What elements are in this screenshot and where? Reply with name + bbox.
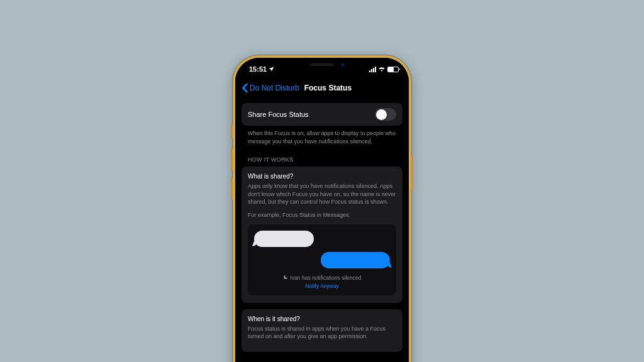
example-label: For example, Focus Status in Messages: [248, 211, 396, 219]
share-focus-label: Share Focus Status [248, 111, 309, 118]
silent-switch [231, 124, 233, 138]
silenced-text: Ivan has notifications silenced [291, 275, 362, 281]
received-message-bubble [254, 231, 314, 247]
volume-down-button [231, 177, 233, 200]
phone-frame: 15:51 [233, 55, 411, 362]
status-time: 15:51 [249, 65, 267, 73]
how-it-works-header: HOW IT WORKS [242, 145, 402, 167]
back-chevron-icon[interactable] [242, 83, 248, 93]
content-area: Share Focus Status When this Focus is on… [235, 98, 409, 357]
cellular-signal-icon [369, 67, 376, 72]
location-arrow-icon [269, 66, 274, 73]
battery-icon [387, 67, 399, 72]
status-right [369, 66, 399, 73]
page-title: Focus Status [304, 84, 352, 92]
share-focus-toggle[interactable] [375, 108, 396, 121]
message-preview: Ivan has notifications silenced Notify A… [248, 224, 396, 295]
phone-bezel: 15:51 [235, 58, 409, 362]
when-shared-body: Focus status is shared in apps when you … [248, 325, 396, 341]
share-focus-row[interactable]: Share Focus Status [242, 103, 402, 126]
silenced-status-row: Ivan has notifications silenced [254, 275, 390, 281]
wifi-icon [378, 66, 386, 73]
power-button [411, 156, 413, 191]
screen: 15:51 [235, 58, 409, 362]
volume-up-button [231, 148, 233, 171]
what-shared-card: What is shared? Apps only know that you … [242, 167, 402, 302]
toggle-knob [376, 109, 387, 120]
when-shared-card: When is it shared? Focus status is share… [242, 309, 402, 352]
status-left: 15:51 [249, 65, 274, 73]
back-button-label[interactable]: Do Not Disturb [250, 84, 299, 92]
sent-message-bubble [321, 252, 390, 268]
when-shared-title: When is it shared? [248, 315, 396, 322]
what-shared-body: Apps only know that you have notificatio… [248, 182, 396, 206]
moon-icon [283, 275, 288, 281]
what-shared-title: What is shared? [248, 173, 396, 180]
navigation-bar: Do Not Disturb Focus Status [235, 80, 409, 98]
notify-anyway-button[interactable]: Notify Anyway [254, 283, 390, 289]
notch [278, 58, 366, 72]
share-focus-footer: When this Focus is on, allow apps to dis… [242, 126, 402, 145]
